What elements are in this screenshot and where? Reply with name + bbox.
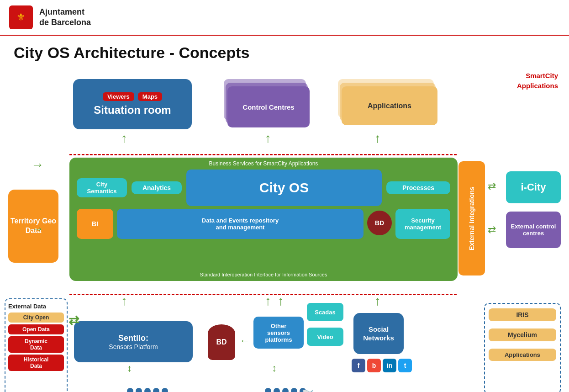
sensors-dots-left: Sensors [127,388,168,392]
historical-data-item: HistoricalData [8,355,64,371]
city-semantics-box: CitySemantics [77,178,127,197]
dashed-line-bottom [69,294,457,295]
data-events-label: Data and Events repositoryand management [202,217,279,231]
viewers-badge: Viewers [103,92,134,101]
sentilo-subtitle: Sensors Platform [109,343,158,350]
situation-room-title: Situation room [94,104,171,117]
city-info-sources-box: IRIS Mycelium Applications [484,303,561,392]
external-integrations-box: External Integrations [458,161,485,275]
arrow-territory-right2: → [31,222,44,236]
logo-icon: ⚜ [9,5,33,29]
facebook-icon: f [352,359,365,372]
open-data-item: Open Data [8,324,64,334]
mycelium-box: Mycelium [489,328,556,341]
bi-box: BI [77,209,113,239]
other-sensors-label: Othersensorsplatforms [265,323,292,343]
ext-control-box: External control centres [506,212,561,248]
arrow-other-up: ↑ [278,294,284,308]
arrow-to-ctrl-up: ↑ [265,131,271,146]
dashed-line-top [69,154,457,155]
external-data-title: External Data [8,303,64,310]
cityos-label: City OS [259,180,309,196]
page-title: City OS Architecture - Concepts [0,36,569,66]
applications-inner-box: Applications [489,349,556,361]
logo-symbol: ⚜ [16,11,26,23]
bd-inner-box: BD [367,211,392,235]
arrow-sensors-up: ↑ [265,294,271,308]
sentilo-title: Sentilo: [118,334,148,343]
arrow-sensors-left: ← [240,335,250,347]
control-centres-stack: Control Centres [224,79,311,129]
icity-box: i-City [506,171,561,203]
dynamic-data-item: DynamicData [8,336,64,353]
video-box: Video [307,328,343,346]
inner-row2: BI Data and Events repositoryand managem… [77,209,450,239]
smartcity-applications-label: SmartCityApplications [517,71,558,90]
social-networks-box: SocialNetworks [353,313,404,354]
maps-badge: Maps [138,92,162,101]
badoo-icon: b [367,359,381,372]
arrow-territory-right: → [31,158,44,172]
cityos-big-box: City OS [186,170,382,206]
situation-room-badges: Viewers Maps [103,92,162,101]
arrow-ext-left: ⇄ [68,313,79,328]
city-semantics-label: CitySemantics [87,181,116,195]
city-open-item: City Open [8,313,64,323]
std-label: Standard Interoperation Interface for In… [69,272,458,277]
green-main-block: Business Services for SmartCity Applicat… [69,158,458,281]
arrow-extctrl-both: ⇄ [488,224,496,236]
linkedin-icon: in [383,359,396,372]
arrow-sentilo-up: ↑ [121,294,127,308]
ext-control-label: External control centres [506,223,561,237]
business-services-label: Business Services for SmartCity Applicat… [73,160,454,167]
scadas-box: Scadas [307,303,343,321]
bd-sentilo-box: BD [208,324,235,360]
camera-sensor-icon: 📡 [301,389,316,392]
security-label: Securitymanagement [405,217,441,231]
control-card-front: Control Centres [227,86,310,127]
social-networks-label: SocialNetworks [363,325,394,343]
arrow-social-up: ↑ [374,294,381,308]
analytics-box: Analytics [132,181,182,194]
arrow-other-down: ↕ [272,362,277,374]
architecture-diagram: SmartCityApplications Viewers Maps Situa… [0,66,569,392]
other-sensors-box: Othersensorsplatforms [253,317,304,349]
twitter-icon: t [398,359,412,372]
apps-card-front: Applications [342,86,437,125]
header: ⚜ Ajuntament de Barcelona [0,0,569,36]
org-name: Ajuntament de Barcelona [39,7,91,28]
arrow-to-sit-up: ↑ [121,131,127,146]
security-box: Securitymanagement [395,209,450,239]
arrow-to-apps-up: ↑ [374,131,381,146]
sensors-dots-right: Sensors [265,388,306,392]
sentilo-box: Sentilo: Sensors Platform [74,321,193,362]
applications-stack: Applications [338,79,438,129]
processes-box: Processes [386,181,450,194]
arrow-sentilo-down: ↕ [127,362,132,374]
data-events-box: Data and Events repositoryand management [117,209,364,239]
social-icons-row: f b in t [352,359,412,372]
cityos-row: CitySemantics Analytics City OS Processe… [77,170,450,206]
external-data-box: External Data City Open Open Data Dynami… [5,298,68,392]
iris-box: IRIS [489,308,556,321]
arrow-icity-both: ⇄ [488,180,496,192]
situation-room-box: Viewers Maps Situation room [73,79,192,129]
